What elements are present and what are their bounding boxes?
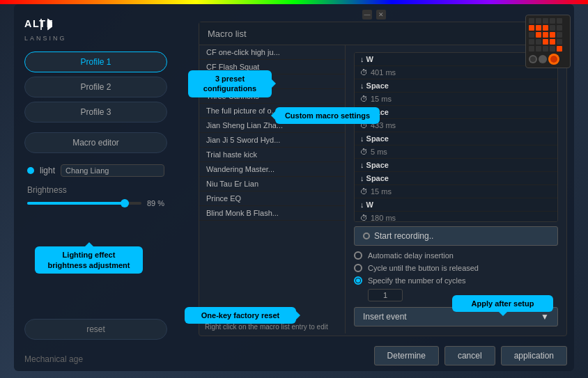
insert-event-button[interactable]: Insert event ▼ [354, 307, 558, 326]
list-item[interactable]: Niu Tau Er Lian [199, 177, 345, 191]
brightness-slider-thumb[interactable] [121, 199, 129, 207]
event-item: ↓ Space [355, 79, 557, 93]
list-item[interactable]: Prince EQ [199, 191, 345, 206]
window-controls: — ✕ [362, 10, 386, 19]
event-key: ↓ Space [360, 161, 389, 169]
cycle-label: Cycle until the button is released [368, 264, 479, 272]
event-item: ⏱ 15 ms [355, 185, 557, 198]
list-item[interactable]: CF Flash Squat [199, 60, 345, 74]
minimize-button[interactable]: — [362, 10, 372, 19]
record-dot-icon [363, 233, 370, 239]
macro-list-panel: CF one-click high ju... CF Flash Squat Y… [199, 45, 346, 333]
event-key: ↓ W [360, 200, 373, 209]
event-delay: 180 ms [371, 214, 396, 222]
specify-cycles-radio[interactable] [354, 276, 362, 285]
event-item: ↓ W [355, 198, 557, 212]
list-item[interactable]: CF one-click high ju... [199, 45, 345, 60]
right-click-hint: Right click on the macro list entry to e… [199, 320, 345, 333]
specify-cycles-label: Specify the number of cycles [368, 276, 466, 285]
list-item[interactable]: Three Cannons [199, 89, 345, 104]
event-key: ↓ W [360, 55, 373, 63]
light-dot [27, 167, 34, 174]
brightness-percentage: 89 % [147, 199, 164, 207]
list-item[interactable]: Wandering Master... [199, 162, 345, 177]
list-item[interactable]: The full picture of o... [199, 104, 345, 118]
macro-right-panel: ↓ W ⏱ 401 ms ↓ Space ⏱ 15 ms [346, 45, 566, 333]
cancel-button[interactable]: cancel [444, 346, 495, 365]
brightness-slider-track[interactable] [27, 202, 141, 205]
list-item[interactable]: Blind Monk B Flash... [199, 206, 345, 221]
event-key: ↓ Space [360, 134, 389, 143]
dialog-body: CF one-click high ju... CF Flash Squat Y… [199, 45, 566, 333]
mechanical-age-label: Mechanical age [24, 354, 83, 364]
dialog-header: Macro list ✕ [199, 22, 566, 45]
profile-1-button[interactable]: Profile 1 [24, 52, 167, 72]
event-key: ↓ Space [360, 108, 389, 116]
profile-2-button[interactable]: Profile 2 [24, 77, 167, 97]
specify-cycles-option[interactable]: Specify the number of cycles [354, 276, 558, 285]
event-delay: 5 ms [371, 148, 387, 156]
event-item: ↓ Space [355, 172, 557, 185]
light-dropdown[interactable]: Chang Liang [61, 164, 164, 177]
cycle-option[interactable]: Cycle until the button is released [354, 264, 558, 272]
start-recording-button[interactable]: Start recording.. [354, 226, 558, 246]
profile-3-button[interactable]: Profile 3 [24, 102, 167, 123]
sidebar: ALTEC LANSING Profile 1 Profile 2 Profil… [14, 4, 178, 371]
event-key: ↓ Space [360, 81, 389, 90]
auto-delay-label: Automatic delay insertion [368, 251, 454, 260]
light-row: light Chang Liang [24, 164, 167, 177]
bottom-bar: Determine cancel application [374, 346, 567, 365]
altec-logo-icon: ALTEC [24, 15, 52, 34]
macro-list-items[interactable]: CF one-click high ju... CF Flash Squat Y… [199, 45, 345, 320]
list-item[interactable]: Jian Ji 5 Sword Hyd... [199, 133, 345, 148]
cycle-radio[interactable] [354, 264, 362, 272]
event-delay: 15 ms [371, 187, 392, 196]
keyboard-visual-area [525, 15, 571, 68]
event-item: ↓ Space [355, 159, 557, 172]
event-item: ↓ Space [355, 132, 557, 145]
auto-delay-option[interactable]: Automatic delay insertion [354, 251, 558, 260]
main-area: Macro list ✕ CF one-click high ju... CF … [178, 4, 574, 371]
options-section: Automatic delay insertion Cycle until th… [354, 251, 558, 301]
keyboard-visual [525, 15, 571, 68]
event-item: ⏱ 5 ms [355, 145, 557, 159]
reset-button[interactable]: reset [24, 319, 167, 340]
chevron-down-icon: ▼ [541, 312, 549, 322]
list-item[interactable]: Yasuo EQ flash [199, 74, 345, 89]
close-button[interactable]: ✕ [376, 10, 386, 19]
event-timer-icon: ⏱ [360, 68, 368, 77]
right-controls: Start recording.. Automatic delay insert… [354, 226, 558, 326]
application-button[interactable]: application [501, 346, 567, 365]
event-timer-icon: ⏱ [360, 121, 368, 129]
logo-area: ALTEC LANSING [24, 15, 167, 42]
event-delay: 433 ms [371, 121, 396, 129]
list-item[interactable]: Jian Sheng Lian Zha... [199, 118, 345, 133]
macro-list-title: Macro list [208, 29, 247, 39]
logo: ALTEC [24, 15, 167, 34]
brightness-label: Brightness [27, 185, 164, 195]
event-item: ⏱ 15 ms [355, 93, 557, 106]
start-recording-label: Start recording.. [374, 231, 433, 241]
list-item[interactable]: Trial haste kick [199, 148, 345, 162]
rainbow-bar [0, 0, 588, 4]
event-key: ↓ Space [360, 174, 389, 182]
brightness-section: Brightness 89 % [24, 181, 167, 212]
event-timer-icon: ⏱ [360, 148, 368, 156]
event-timer-icon: ⏱ [360, 95, 368, 103]
brightness-slider-fill [27, 202, 129, 205]
event-item: ⏱ 433 ms [355, 119, 557, 132]
event-item: ↓ Space [355, 106, 557, 119]
event-item: ⏱ 180 ms [355, 212, 557, 222]
event-delay: 401 ms [371, 68, 396, 77]
app-window: — ✕ ALTEC LANSING Profile 1 Profile 2 Pr… [14, 4, 574, 371]
macro-events-list[interactable]: ↓ W ⏱ 401 ms ↓ Space ⏱ 15 ms [354, 52, 558, 222]
logo-subtitle: LANSING [24, 35, 167, 42]
macro-dialog: Macro list ✕ CF one-click high ju... CF … [199, 22, 567, 336]
cycles-input[interactable] [368, 289, 403, 301]
insert-event-area: Insert event ▼ [354, 307, 558, 326]
light-label: light [40, 166, 55, 175]
determine-button[interactable]: Determine [374, 346, 439, 365]
insert-event-label: Insert event [363, 312, 407, 322]
macro-editor-button[interactable]: Macro editor [24, 132, 167, 153]
auto-delay-radio[interactable] [354, 251, 362, 260]
